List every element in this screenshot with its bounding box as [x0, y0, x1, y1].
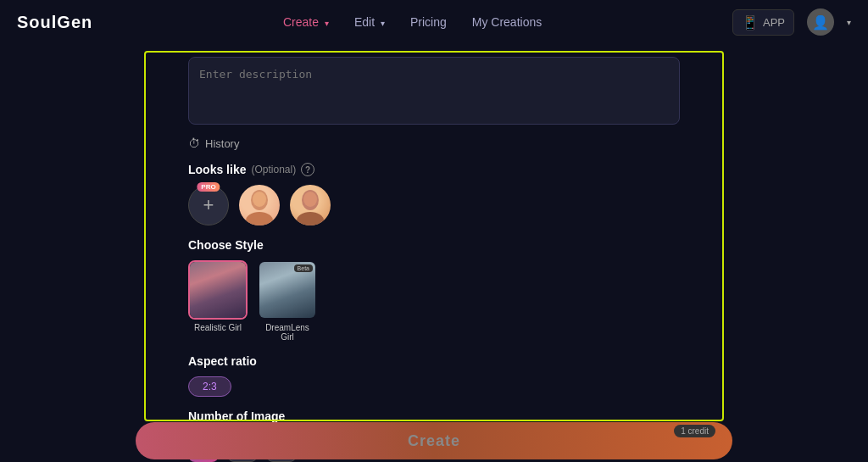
add-face-button[interactable]: PRO + [188, 185, 229, 225]
svg-point-2 [253, 192, 266, 207]
app-button[interactable]: 📱 APP [732, 9, 794, 36]
nav-pricing[interactable]: Pricing [410, 15, 447, 29]
style-img-realistic [188, 260, 248, 320]
credit-badge: 1 credit [674, 425, 715, 437]
looks-like-row: PRO + [188, 185, 680, 225]
main-content: ⏱ History Looks like (Optional) ? PRO + [0, 44, 868, 462]
description-input[interactable] [188, 57, 680, 125]
face-avatar-1[interactable] [239, 185, 280, 225]
pro-badge: PRO [197, 182, 220, 192]
face-avatar-2[interactable] [290, 185, 331, 225]
choose-style-title: Choose Style [188, 238, 680, 252]
nav-edit[interactable]: Edit ▾ [354, 15, 385, 29]
beta-badge: Beta [294, 264, 313, 272]
aspect-ratio-row: 2:3 [188, 376, 680, 397]
phone-icon: 📱 [742, 14, 759, 31]
avatar[interactable]: 👤 [807, 8, 834, 36]
history-row[interactable]: ⏱ History [188, 136, 680, 150]
edit-arrow-icon: ▾ [381, 19, 385, 28]
chevron-down-icon: ▾ [847, 18, 851, 27]
clock-icon: ⏱ [188, 136, 200, 150]
looks-like-section-title: Looks like (Optional) ? [188, 163, 680, 176]
style-row: Realistic Girl Beta DreamLens Girl [188, 260, 680, 342]
style-card-dreamlens[interactable]: Beta DreamLens Girl [258, 260, 317, 342]
create-bar: 1 credit Create [136, 420, 732, 462]
header-right: 📱 APP 👤 ▾ [732, 8, 851, 36]
aspect-ratio-title: Aspect ratio [188, 354, 680, 368]
nav-my-creations[interactable]: My Creations [472, 15, 542, 29]
logo: SoulGen [17, 13, 92, 32]
nav-create[interactable]: Create ▾ [283, 15, 329, 29]
svg-point-5 [303, 192, 317, 207]
svg-point-4 [297, 212, 324, 225]
create-button[interactable]: Create [136, 422, 732, 459]
header: SoulGen Create ▾ Edit ▾ Pricing My Creat… [0, 0, 868, 44]
svg-point-1 [246, 212, 273, 225]
create-arrow-icon: ▾ [325, 19, 329, 28]
history-label: History [205, 137, 239, 150]
aspect-btn-2-3[interactable]: 2:3 [188, 376, 231, 397]
nav: Create ▾ Edit ▾ Pricing My Creations [283, 15, 542, 29]
panel: ⏱ History Looks like (Optional) ? PRO + [171, 44, 697, 462]
help-icon[interactable]: ? [301, 163, 314, 176]
style-card-realistic[interactable]: Realistic Girl [188, 260, 248, 342]
style-img-dreamlens: Beta [258, 260, 317, 320]
